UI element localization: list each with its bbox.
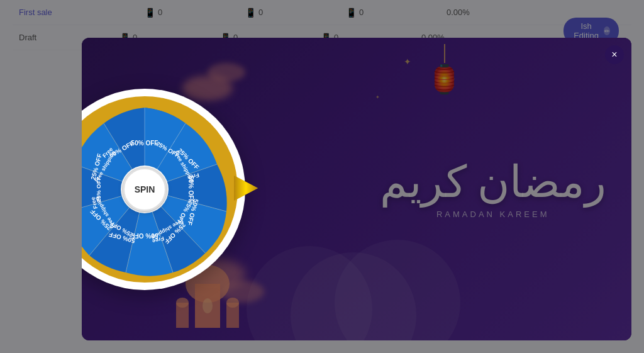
pointer-svg	[234, 169, 259, 207]
spin-label: SPIN	[135, 184, 155, 194]
spin-wheel-container: 50% OFF 25% OFF Free 50% OFF 25% OFF	[82, 89, 245, 290]
svg-text:50% OFF: 50% OFF	[131, 140, 158, 147]
close-icon: ×	[611, 49, 617, 60]
close-button[interactable]: ×	[605, 45, 624, 64]
spin-button[interactable]: SPIN	[123, 167, 167, 211]
svg-marker-46	[234, 176, 258, 201]
svg-text:50% OFF: 50% OFF	[131, 232, 158, 239]
wheel-pointer	[234, 169, 259, 210]
svg-text:50% OFF: 50% OFF	[187, 176, 194, 203]
